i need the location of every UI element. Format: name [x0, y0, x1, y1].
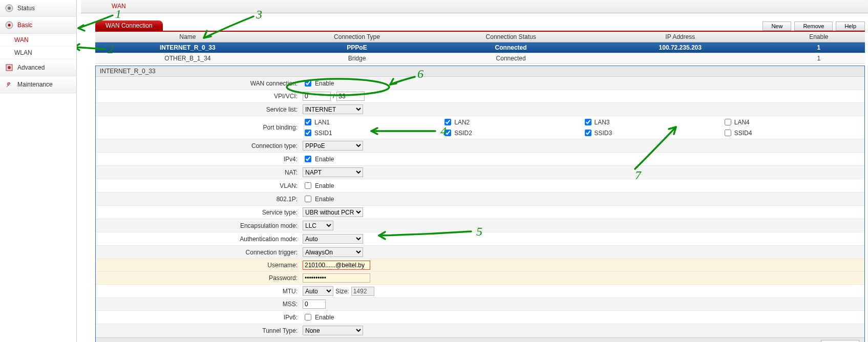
ssid4-checkbox[interactable]	[725, 130, 731, 136]
sidebar-maintenance-label: Maintenance	[17, 81, 53, 88]
connections-table: Name Connection Type Connection Status I…	[95, 31, 865, 64]
username-input[interactable]	[303, 261, 370, 270]
sidebar-item-wlan[interactable]: WLAN	[0, 47, 76, 59]
vpi-input[interactable]	[303, 92, 331, 101]
vlan-checkbox[interactable]	[305, 182, 311, 189]
sidebar-item-status[interactable]: Status	[0, 0, 76, 17]
service-list-label: Service list:	[96, 104, 301, 115]
tunnel-label: Tunnel Type:	[96, 326, 301, 336]
new-button[interactable]: New	[763, 22, 791, 31]
username-label: Username:	[96, 260, 301, 270]
ssid2-checkbox[interactable]	[444, 130, 451, 136]
vlan-label: VLAN:	[96, 181, 301, 191]
submit-button[interactable]: Submit	[821, 340, 859, 342]
tab-bar: WAN	[81, 0, 868, 13]
svg-point-3	[8, 24, 11, 27]
col-ip: IP Address	[588, 31, 773, 42]
sidebar: Status Basic WAN WLAN Advanced Maintenan…	[0, 0, 77, 342]
mtu-label: MTU:	[96, 286, 301, 296]
mss-input[interactable]	[303, 300, 326, 309]
table-row[interactable]: INTERNET_R_0_33 PPPoE Connected 100.72.2…	[95, 42, 865, 53]
ipv4-checkbox[interactable]	[305, 156, 311, 162]
trigger-select[interactable]: AlwaysOn	[303, 247, 363, 257]
col-name: Name	[95, 31, 280, 42]
tab-wan[interactable]: WAN	[96, 1, 141, 13]
nat-label: NAT:	[96, 167, 301, 178]
tunnel-select[interactable]: None	[303, 326, 363, 335]
wan-connection-label: WAN connection:	[96, 78, 301, 89]
lan4-checkbox[interactable]	[725, 119, 731, 125]
main-panel: WAN WAN Connection New Remove Help Name …	[77, 0, 868, 342]
mtu-mode-select[interactable]: Auto	[303, 286, 333, 296]
panel-title: WAN Connection	[95, 20, 163, 31]
lan3-checkbox[interactable]	[585, 119, 591, 125]
sidebar-item-basic[interactable]: Basic	[0, 17, 76, 34]
help-button[interactable]: Help	[836, 22, 865, 31]
service-type-select[interactable]: UBR without PCR	[303, 207, 363, 217]
encap-label: Encapsulation mode:	[96, 221, 301, 231]
col-type: Connection Type	[280, 31, 434, 42]
nat-select[interactable]: NAPT	[303, 167, 363, 177]
connection-type-label: Connection type:	[96, 141, 301, 151]
col-enable: Enable	[773, 31, 865, 42]
form-title: INTERNET_R_0_33	[96, 66, 864, 77]
8021p-checkbox[interactable]	[305, 196, 311, 202]
trigger-label: Connection trigger:	[96, 247, 301, 258]
auth-select[interactable]: Auto	[303, 234, 363, 244]
ipv6-label: IPv6:	[96, 312, 301, 323]
vpivci-label: VPI/VCI:	[96, 91, 301, 101]
sidebar-basic-label: Basic	[17, 22, 32, 29]
sidebar-item-wan[interactable]: WAN	[0, 34, 76, 47]
lan2-checkbox[interactable]	[444, 119, 451, 125]
status-icon	[4, 3, 14, 13]
encap-select[interactable]: LLC	[303, 221, 333, 230]
table-row[interactable]: OTHER_B_1_34 Bridge Connected 1	[95, 53, 865, 64]
service-list-select[interactable]: INTERNET	[303, 104, 363, 114]
password-label: Password:	[96, 273, 301, 283]
mtu-size-input	[351, 287, 374, 296]
lan1-checkbox[interactable]	[305, 119, 311, 125]
ssid1-checkbox[interactable]	[305, 130, 311, 136]
mss-label: MSS:	[96, 299, 301, 309]
service-type-label: Service type:	[96, 207, 301, 218]
connection-type-select[interactable]: PPPoE	[303, 141, 363, 151]
ipv4-label: IPv4:	[96, 154, 301, 164]
vci-input[interactable]	[336, 92, 365, 101]
ipv6-checkbox[interactable]	[305, 314, 311, 320]
svg-point-1	[8, 7, 11, 10]
svg-point-5	[8, 66, 11, 69]
sidebar-advanced-label: Advanced	[17, 64, 45, 71]
port-binding-label: Port binding:	[96, 122, 301, 133]
wan-enable-checkbox[interactable]	[305, 80, 311, 87]
wrench-icon	[4, 79, 14, 90]
advanced-icon	[4, 62, 14, 73]
gear-icon	[4, 20, 14, 30]
8021p-label: 802.1P:	[96, 194, 301, 204]
password-input[interactable]	[303, 273, 370, 283]
remove-button[interactable]: Remove	[794, 22, 833, 31]
col-status: Connection Status	[434, 31, 588, 42]
ssid3-checkbox[interactable]	[585, 130, 591, 136]
sidebar-item-maintenance[interactable]: Maintenance	[0, 76, 76, 93]
auth-label: Authentication mode:	[96, 234, 301, 244]
sidebar-item-advanced[interactable]: Advanced	[0, 59, 76, 76]
sidebar-status-label: Status	[17, 5, 35, 12]
wan-form: INTERNET_R_0_33 WAN connection: Enable V…	[95, 66, 865, 342]
